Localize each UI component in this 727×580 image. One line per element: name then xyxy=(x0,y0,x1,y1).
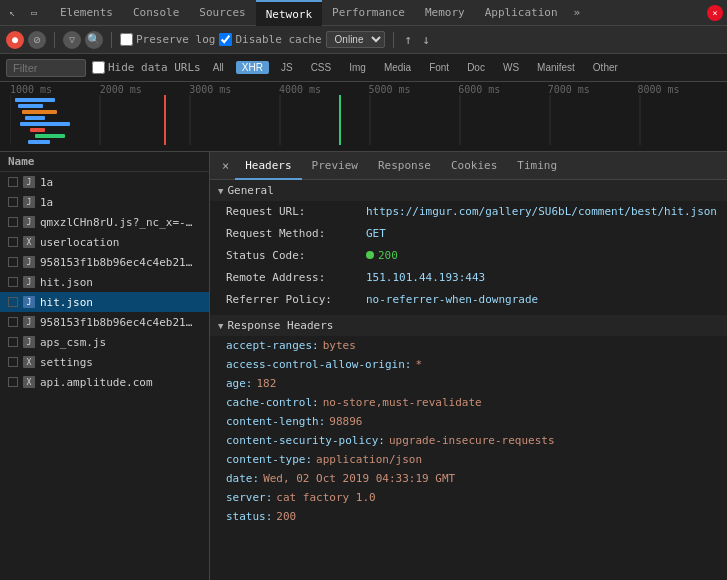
hide-data-urls-input[interactable] xyxy=(92,61,105,74)
preserve-log-input[interactable] xyxy=(120,33,133,46)
main-content: Name J 1a J 1a J qmxzlCHn8rU.js?_nc_x=--… xyxy=(0,152,727,580)
filter-font[interactable]: Font xyxy=(423,61,455,74)
disable-cache-input[interactable] xyxy=(219,33,232,46)
status-code-value: 200 xyxy=(366,247,398,265)
detail-tab-response[interactable]: Response xyxy=(368,152,441,180)
file-item-0[interactable]: J 1a xyxy=(0,172,209,192)
download-button[interactable]: ↓ xyxy=(419,32,433,47)
devtools-close-button[interactable]: × xyxy=(707,5,723,21)
cursor-icon[interactable]: ↖ xyxy=(4,5,20,21)
tab-application[interactable]: Application xyxy=(475,0,568,26)
toolbar-divider-3 xyxy=(393,32,394,48)
file-checkbox-8[interactable] xyxy=(8,337,18,347)
file-item-8[interactable]: J aps_csm.js xyxy=(0,332,209,352)
filter-manifest[interactable]: Manifest xyxy=(531,61,581,74)
file-checkbox-4[interactable] xyxy=(8,257,18,267)
rh-content-type: content-type: application/json xyxy=(210,450,727,469)
file-checkbox-10[interactable] xyxy=(8,377,18,387)
file-item-1[interactable]: J 1a xyxy=(0,192,209,212)
file-checkbox-7[interactable] xyxy=(8,317,18,327)
file-name-1: 1a xyxy=(40,196,53,209)
filter-css[interactable]: CSS xyxy=(305,61,338,74)
file-item-7[interactable]: J 958153f1b8b96ec4c4eb2147... xyxy=(0,312,209,332)
file-checkbox-1[interactable] xyxy=(8,197,18,207)
svg-rect-11 xyxy=(25,116,45,120)
disable-cache-checkbox[interactable]: Disable cache xyxy=(219,33,321,46)
file-checkbox-6[interactable] xyxy=(8,297,18,307)
file-name-2: qmxzlCHn8rU.js?_nc_x=--vq... xyxy=(40,216,195,229)
tab-network[interactable]: Network xyxy=(256,0,322,26)
file-icon-10: X xyxy=(23,376,35,388)
file-checkbox-3[interactable] xyxy=(8,237,18,247)
general-section-header[interactable]: ▼ General xyxy=(210,180,727,201)
throttle-select[interactable]: Online xyxy=(326,31,385,48)
rh-cache-control: cache-control: no-store,must-revalidate xyxy=(210,393,727,412)
file-item-4[interactable]: J 958153f1b8b96ec4c4eb2147... xyxy=(0,252,209,272)
file-checkbox-2[interactable] xyxy=(8,217,18,227)
file-icon-5: J xyxy=(23,276,35,288)
filter-js[interactable]: JS xyxy=(275,61,299,74)
rh-content-length: content-length: 98896 xyxy=(210,412,727,431)
rh-access-control: access-control-allow-origin: * xyxy=(210,355,727,374)
detail-tab-headers[interactable]: Headers xyxy=(235,152,301,180)
tabs-more-button[interactable]: » xyxy=(568,6,587,19)
filter-doc[interactable]: Doc xyxy=(461,61,491,74)
record-button[interactable]: ● xyxy=(6,31,24,49)
rh-value-content-type: application/json xyxy=(316,451,422,468)
file-item-6[interactable]: J hit.json xyxy=(0,292,209,312)
filter-input[interactable] xyxy=(6,59,86,77)
filter-all[interactable]: All xyxy=(207,61,230,74)
tab-sources[interactable]: Sources xyxy=(189,0,255,26)
file-item-9[interactable]: X settings xyxy=(0,352,209,372)
file-item-3[interactable]: X userlocation xyxy=(0,232,209,252)
request-method-label: Request Method: xyxy=(226,225,366,243)
search-button[interactable]: 🔍 xyxy=(85,31,103,49)
response-headers-section-header[interactable]: ▼ Response Headers xyxy=(210,315,727,336)
referrer-policy-row: Referrer Policy: no-referrer-when-downgr… xyxy=(210,289,727,311)
rh-value-age: 182 xyxy=(257,375,277,392)
tab-memory[interactable]: Memory xyxy=(415,0,475,26)
rh-name-status: status: xyxy=(226,508,272,525)
tab-performance[interactable]: Performance xyxy=(322,0,415,26)
tab-console[interactable]: Console xyxy=(123,0,189,26)
devtools-tab-bar: ↖ ▭ Elements Console Sources Network Per… xyxy=(0,0,727,26)
toolbar-divider-1 xyxy=(54,32,55,48)
remote-address-label: Remote Address: xyxy=(226,269,366,287)
file-checkbox-5[interactable] xyxy=(8,277,18,287)
timeline-label-1: 1000 ms xyxy=(10,84,100,95)
filter-ws[interactable]: WS xyxy=(497,61,525,74)
toolbar-divider-2 xyxy=(111,32,112,48)
rh-value-status: 200 xyxy=(276,508,296,525)
upload-button[interactable]: ↑ xyxy=(402,32,416,47)
filter-img[interactable]: Img xyxy=(343,61,372,74)
preserve-log-checkbox[interactable]: Preserve log xyxy=(120,33,215,46)
hide-data-urls-checkbox[interactable]: Hide data URLs xyxy=(92,61,201,74)
detail-tab-timing[interactable]: Timing xyxy=(507,152,567,180)
detail-tab-preview[interactable]: Preview xyxy=(302,152,368,180)
file-name-7: 958153f1b8b96ec4c4eb2147... xyxy=(40,316,195,329)
file-item-10[interactable]: X api.amplitude.com xyxy=(0,372,209,392)
request-url-value: https://imgur.com/gallery/SU6bL/comment/… xyxy=(366,203,717,221)
network-toolbar: ● ⊘ ▽ 🔍 Preserve log Disable cache Onlin… xyxy=(0,26,727,54)
waterfall-chart xyxy=(10,95,727,145)
filter-xhr[interactable]: XHR xyxy=(236,61,269,74)
filter-other[interactable]: Other xyxy=(587,61,624,74)
timeline-label-3: 3000 ms xyxy=(189,84,279,95)
rh-accept-ranges: accept-ranges: bytes xyxy=(210,336,727,355)
filter-media[interactable]: Media xyxy=(378,61,417,74)
detail-close-button[interactable]: × xyxy=(216,159,235,173)
file-name-8: aps_csm.js xyxy=(40,336,106,349)
detail-tab-cookies[interactable]: Cookies xyxy=(441,152,507,180)
file-item-5[interactable]: J hit.json xyxy=(0,272,209,292)
file-checkbox-9[interactable] xyxy=(8,357,18,367)
filter-toggle-button[interactable]: ▽ xyxy=(63,31,81,49)
detail-panel: × Headers Preview Response Cookies Timin… xyxy=(210,152,727,580)
file-checkbox-0[interactable] xyxy=(8,177,18,187)
mobile-icon[interactable]: ▭ xyxy=(26,5,42,21)
tab-elements[interactable]: Elements xyxy=(50,0,123,26)
file-item-2[interactable]: J qmxzlCHn8rU.js?_nc_x=--vq... xyxy=(0,212,209,232)
timeline-label-4: 4000 ms xyxy=(279,84,369,95)
clear-button[interactable]: ⊘ xyxy=(28,31,46,49)
remote-address-value: 151.101.44.193:443 xyxy=(366,269,485,287)
file-icon-0: J xyxy=(23,176,35,188)
